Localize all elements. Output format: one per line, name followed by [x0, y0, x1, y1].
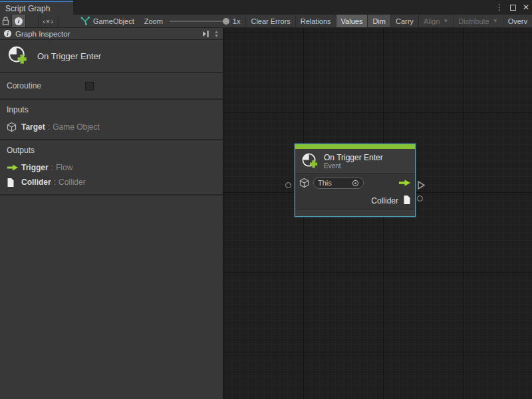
collider-output-label: Collider: [371, 196, 398, 205]
unit-title: On Trigger Enter: [37, 51, 101, 61]
coroutine-row: Coroutine: [0, 73, 223, 98]
window-controls: ⋮ ✕: [495, 0, 529, 15]
collider-doc-icon: [403, 195, 411, 207]
values-button[interactable]: Values: [336, 15, 368, 27]
node-titles: On Trigger Enter Event: [324, 153, 383, 170]
output-port-trigger[interactable]: [417, 180, 426, 190]
overview-button[interactable]: Overv: [503, 15, 532, 27]
port-name: Target: [21, 122, 45, 132]
port-separator: :: [51, 163, 53, 172]
section-divider: [0, 194, 223, 196]
spinner-down-icon[interactable]: ▼: [214, 34, 219, 38]
graph-canvas[interactable]: On Trigger Enter Event This: [223, 28, 532, 399]
coroutine-label: Coroutine: [7, 81, 41, 90]
input-port-row-target: Target : Game Object: [7, 120, 216, 134]
lock-button[interactable]: [0, 15, 12, 27]
port-separator: :: [54, 178, 56, 187]
node-accent-bar: [295, 144, 415, 149]
chevron-down-icon: ▼: [443, 18, 448, 24]
button-label: Dim: [372, 17, 386, 25]
panel-scroll-spinner[interactable]: ▲ ▼: [214, 30, 219, 38]
game-object-icon: [7, 122, 21, 132]
relations-button[interactable]: Relations: [296, 15, 336, 27]
node-header[interactable]: On Trigger Enter Event: [295, 149, 415, 173]
output-port-row-collider: Collider : Collider: [7, 175, 216, 190]
outputs-section: Outputs Trigger : Flow Collider :: [0, 140, 223, 194]
tab-script-graph[interactable]: Script Graph: [0, 1, 73, 15]
coroutine-checkbox[interactable]: [85, 82, 94, 90]
node-collider-row: Collider: [295, 192, 415, 209]
distribute-dropdown-button[interactable]: Distribute ▼: [454, 15, 503, 27]
button-label: Overv: [508, 17, 527, 25]
panel-title: Graph Inspector: [15, 30, 201, 38]
toolbar-spacer: [26, 15, 38, 27]
maximize-icon[interactable]: [510, 5, 516, 11]
node-subtitle: Event: [324, 162, 383, 170]
dock-panel-button[interactable]: [201, 30, 210, 38]
unit-header: On Trigger Enter: [0, 40, 223, 72]
collider-doc-icon: [7, 178, 21, 188]
info-icon: i: [15, 17, 23, 25]
output-port-row-trigger: Trigger : Flow: [7, 160, 216, 175]
graph-inspector-header: i Graph Inspector ▲ ▼: [0, 28, 223, 40]
game-object-icon: [299, 178, 309, 188]
inputs-section: Inputs Target : Game Object: [0, 100, 223, 139]
object-picker-icon[interactable]: [352, 180, 359, 187]
node-title: On Trigger Enter: [324, 153, 383, 162]
close-icon[interactable]: ✕: [523, 3, 529, 12]
node-footer: [295, 210, 415, 216]
title-bar: Script Graph ⋮ ✕: [0, 0, 532, 15]
carry-button[interactable]: Carry: [391, 15, 419, 27]
button-label: Relations: [301, 17, 331, 25]
breadcrumb-label: GameObject: [93, 17, 134, 25]
port-type: Flow: [56, 163, 72, 172]
chevron-down-icon: ▼: [493, 18, 498, 24]
dock-icon: [201, 30, 210, 38]
outputs-header: Outputs: [7, 146, 216, 155]
port-type: Game Object: [53, 122, 100, 132]
code-preview-button[interactable]: ‹×›: [38, 15, 59, 27]
event-unit-icon: [7, 45, 28, 66]
main-area: i Graph Inspector ▲ ▼ On Trigger Enter: [0, 28, 532, 399]
port-separator: :: [48, 122, 50, 132]
on-trigger-enter-node[interactable]: On Trigger Enter Event This: [295, 144, 416, 217]
zoom-slider[interactable]: [170, 21, 228, 22]
button-label: Carry: [396, 17, 414, 25]
button-label: Clear Errors: [251, 17, 290, 25]
toolbar-spacer: [59, 15, 76, 27]
target-object-value: This: [318, 179, 352, 187]
zoom-control: Zoom 1x: [139, 15, 246, 27]
button-label: Values: [341, 17, 363, 25]
target-object-field[interactable]: This: [313, 177, 364, 189]
port-name: Collider: [21, 178, 51, 187]
node-target-row: This: [295, 174, 415, 192]
info-toggle-button[interactable]: i: [12, 15, 26, 27]
input-port-target[interactable]: [285, 182, 291, 188]
code-icon: ‹×›: [43, 17, 54, 25]
inputs-header: Inputs: [7, 105, 216, 114]
clear-errors-button[interactable]: Clear Errors: [245, 15, 295, 27]
zoom-slider-handle[interactable]: [223, 18, 229, 25]
lock-icon: [2, 17, 9, 25]
flow-arrow-icon: [398, 179, 411, 187]
window-menu-icon[interactable]: ⋮: [495, 3, 503, 12]
info-icon: i: [4, 30, 11, 37]
zoom-label: Zoom: [144, 17, 163, 25]
flow-arrow-icon: [7, 164, 21, 172]
breadcrumb-gameobject[interactable]: GameObject: [76, 15, 139, 27]
graph-toolbar: i ‹×› GameObject Zoom 1x Clear Errors Re…: [0, 15, 532, 28]
port-type: Collider: [59, 178, 86, 187]
button-label: Distribute: [458, 17, 489, 25]
align-dropdown-button[interactable]: Align ▼: [419, 15, 454, 27]
zoom-value: 1x: [233, 17, 241, 25]
dim-button[interactable]: Dim: [368, 15, 391, 27]
graph-inspector-panel: i Graph Inspector ▲ ▼ On Trigger Enter: [0, 28, 223, 399]
tab-label: Script Graph: [5, 4, 50, 13]
script-graph-icon: [80, 17, 90, 25]
output-port-collider[interactable]: [417, 196, 423, 201]
button-label: Align: [424, 17, 440, 25]
event-unit-icon: [301, 152, 319, 170]
port-name: Trigger: [21, 163, 49, 172]
